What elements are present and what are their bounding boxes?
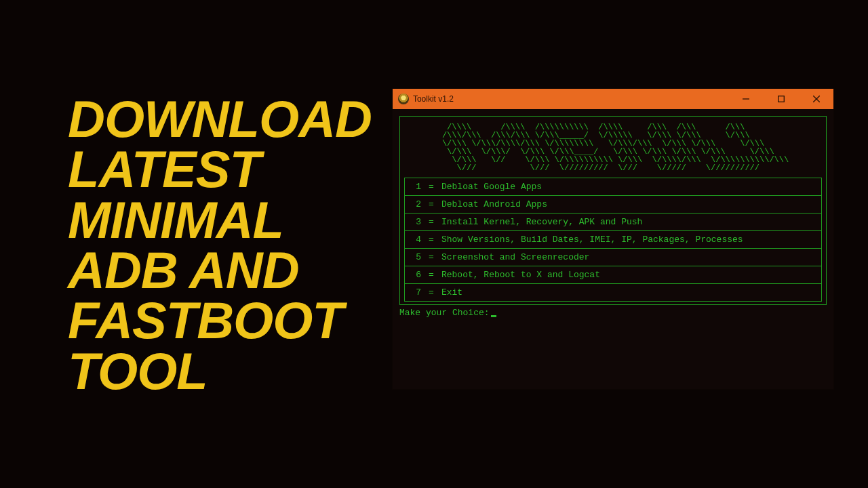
menu-number: 2 (412, 199, 421, 209)
menu-number: 4 (412, 235, 421, 245)
menu-list: 1=Debloat Google Apps 2=Debloat Android … (404, 178, 822, 302)
menu-item-3[interactable]: 3=Install Kernel, Recovery, APK and Push (404, 213, 822, 230)
menu-number: 7 (412, 287, 421, 298)
prompt-text: Make your Choice: (399, 308, 490, 318)
menu-item-2[interactable]: 2=Debloat Android Apps (404, 195, 822, 213)
menu-number: 5 (412, 252, 421, 262)
menu-label: Screenshot and Screenrecoder (441, 252, 814, 262)
menu-item-6[interactable]: 6=Reboot, Reboot to X and Logcat (404, 266, 822, 283)
prompt-line[interactable]: Make your Choice: (399, 305, 827, 318)
app-icon (398, 94, 409, 104)
menu-label: Debloat Google Apps (441, 182, 814, 192)
menu-number: 3 (412, 217, 421, 227)
menu-item-4[interactable]: 4=Show Versions, Build Dates, IMEI, IP, … (404, 230, 822, 248)
menu-label: Show Versions, Build Dates, IMEI, IP, Pa… (441, 235, 814, 245)
maximize-button[interactable] (766, 89, 797, 109)
menu-number: 1 (412, 182, 421, 192)
menu-item-1[interactable]: 1=Debloat Google Apps (404, 178, 822, 195)
terminal-window: Toolkit v1.2 /\\\\ /\\\\ /\\\\\\\\\\ /\\… (392, 88, 834, 390)
close-button[interactable] (801, 89, 832, 109)
svg-rect-1 (778, 96, 785, 102)
menu-frame: /\\\\ /\\\\ /\\\\\\\\\\ /\\\\ /\\\ /\\\ … (399, 116, 827, 305)
menu-label: Exit (441, 287, 814, 298)
menu-item-5[interactable]: 5=Screenshot and Screenrecoder (404, 248, 822, 266)
menu-label: Debloat Android Apps (441, 199, 814, 209)
terminal-body[interactable]: /\\\\ /\\\\ /\\\\\\\\\\ /\\\\ /\\\ /\\\ … (393, 109, 833, 389)
menu-item-7[interactable]: 7=Exit (404, 283, 822, 302)
menu-number: 6 (412, 270, 421, 280)
menu-label: Reboot, Reboot to X and Logcat (441, 270, 814, 280)
window-title: Toolkit v1.2 (413, 94, 454, 104)
headline-text: DOWNLOAD LATEST MINIMAL ADB AND FASTBOOT… (68, 92, 372, 397)
window-titlebar[interactable]: Toolkit v1.2 (393, 89, 833, 109)
minimize-button[interactable] (730, 89, 762, 109)
cursor-icon (491, 315, 496, 317)
menu-label: Install Kernel, Recovery, APK and Push (441, 217, 814, 227)
menu-ascii-banner: /\\\\ /\\\\ /\\\\\\\\\\ /\\\\ /\\\ /\\\ … (437, 121, 789, 178)
